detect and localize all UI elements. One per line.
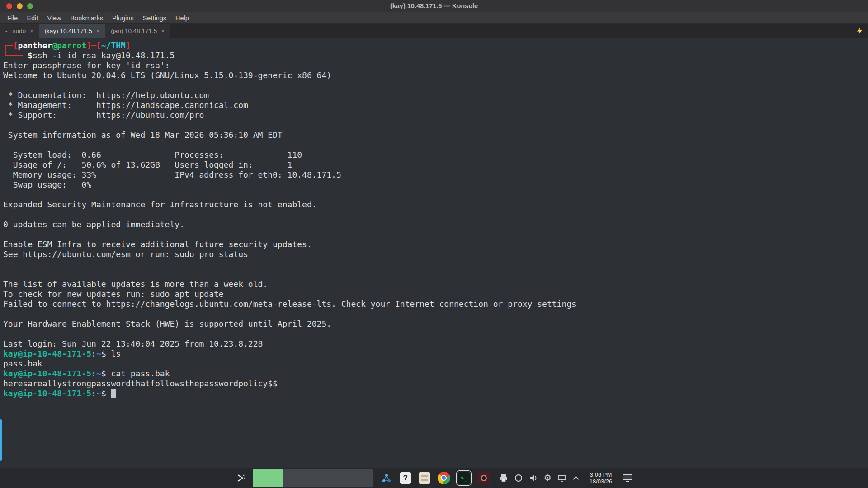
tab-close-icon[interactable]: × [30,28,33,34]
tab-kay-10-48-171-5[interactable]: (kay) 10.48.171.5× [39,24,106,38]
terminal-icon[interactable]: >_ [458,472,470,484]
terminal-text-segment: @parrot [52,41,86,50]
terminal-line: kay@ip-10-48-171-5:~$ ls [3,349,868,359]
terminal-line: └──╼ $ssh -i id_rsa kay@10.48.171.5 [3,51,868,61]
tab-close-icon[interactable]: × [96,28,100,34]
screenshot-icon[interactable] [477,472,490,484]
window-title: (kay) 10.48.171.5 — Konsole [0,2,868,9]
terminal-text-segment: $ cat pass.bak [101,369,170,378]
terminal-line [3,210,868,220]
terminal-line: System information as of Wed 18 Mar 2026… [3,130,868,140]
workspace-switcher [253,469,373,487]
window-maximize-button[interactable] [27,3,33,9]
terminal-text-segment: ssh -i id_rsa kay@10.48.171.5 [33,51,175,60]
chrome-icon[interactable] [438,472,450,484]
chrome-ring [441,475,447,481]
terminal-text-segment: $ [28,51,33,60]
window-minimize-button[interactable] [17,3,23,9]
menu-settings[interactable]: Settings [138,12,171,23]
help-glyph: ? [403,474,407,483]
terminal-text-segment: kay@ip-10-48-171-5 [3,369,91,378]
terminal-line: Welcome to Ubuntu 20.04.6 LTS (GNU/Linux… [3,70,868,80]
clock[interactable]: 3:06 PM 18/03/26 [590,471,613,485]
scrollbar-thumb[interactable] [0,419,2,461]
workspace-1[interactable] [253,469,283,487]
drawer-slot [421,475,428,477]
help-icon[interactable]: ? [400,472,411,484]
terminal-line: Usage of /: 50.6% of 13.62GB Users logge… [3,160,868,170]
tab-bar: - : sudo×(kay) 10.48.171.5×(jan) 10.48.1… [0,24,868,38]
terminal-text-segment: └──╼ [3,51,28,60]
app-menu-icon[interactable] [235,473,246,483]
menu-help[interactable]: Help [171,12,193,23]
dock: ? >_ [235,469,633,487]
tab-sudo[interactable]: - : sudo× [0,24,39,38]
network-icon[interactable] [381,472,392,484]
terminal-text-segment: ] [126,41,131,50]
terminal-text-segment: kay@ip-10-48-171-5 [3,349,91,358]
terminal-view[interactable]: ┌─[panther@parrot]─[~/THM]└──╼ $ssh -i i… [0,38,868,468]
settings-gear-icon[interactable]: ⚙ [544,474,552,482]
terminal-text-segment: ~ [96,369,101,378]
tray-expander-icon[interactable] [572,476,580,480]
window-controls [6,3,33,9]
system-tray: ⚙ [499,474,580,483]
terminal-line: kay@ip-10-48-171-5:~$ cat pass.bak [3,369,868,379]
camera-lens [481,475,487,481]
terminal-text-segment: ~/THM [101,41,126,50]
terminal-line [3,329,868,339]
tab-label: (jan) 10.48.171.5 [111,28,157,34]
menu-edit[interactable]: Edit [22,12,42,23]
workspace-2[interactable] [283,469,301,487]
file-manager-icon[interactable] [419,472,430,484]
terminal-line: heresareallystrongpasswordthatfollowsthe… [3,379,868,389]
workspace-3[interactable] [301,469,319,487]
terminal-line [3,259,868,269]
workspace-4[interactable] [319,469,337,487]
terminal-text-segment: kay@ip-10-48-171-5 [3,389,91,398]
terminal-line: Enable ESM Infra to receive additional f… [3,239,868,249]
menu-bookmarks[interactable]: Bookmarks [66,12,108,23]
terminal-line [3,230,868,239]
terminal-text-segment: ┌─[ [3,41,18,50]
tab-label: - : sudo [5,28,26,34]
terminal-line: Failed to connect to https://changelogs.… [3,299,868,309]
title-bar[interactable]: (kay) 10.48.171.5 — Konsole [0,0,868,12]
volume-icon[interactable] [529,474,538,483]
workspace-6[interactable] [355,469,373,487]
terminal-text-segment: ~ [96,389,101,398]
printer-icon[interactable] [499,474,508,483]
terminal-text-segment: ~ [96,349,101,358]
terminal-line: * Documentation: https://help.ubuntu.com [3,90,868,100]
lightning-icon[interactable] [857,24,868,38]
terminal-line: * Management: https://landscape.canonica… [3,100,868,110]
window-close-button[interactable] [6,3,12,9]
display-icon[interactable] [557,474,566,483]
tab-strip: - : sudo×(kay) 10.48.171.5×(jan) 10.48.1… [0,24,170,38]
desktop: (kay) 10.48.171.5 — Konsole FileEditView… [0,0,868,488]
show-desktop-icon[interactable] [622,474,633,483]
terminal-line [3,120,868,130]
terminal-line: pass.bak [3,359,868,369]
terminal-text-segment: ]─[ [86,41,101,50]
terminal-text-segment: $ ls [101,349,121,358]
terminal-glyph: >_ [460,475,467,481]
tab-close-icon[interactable]: × [161,28,165,34]
terminal-text-segment: : [91,369,96,378]
terminal-line: 0 updates can be applied immediately. [3,220,868,230]
terminal-line [3,80,868,90]
tab-jan-10-48-171-5[interactable]: (jan) 10.48.171.5× [105,24,170,38]
power-manager-icon[interactable] [514,474,523,483]
drawer-slot [421,479,428,481]
konsole-window: (kay) 10.48.171.5 — Konsole FileEditView… [0,0,868,468]
terminal-line: Expanded Security Maintenance for Infras… [3,200,868,210]
terminal-cursor [111,389,116,398]
menu-plugins[interactable]: Plugins [108,12,138,23]
terminal-text-segment: $ [101,389,111,398]
menu-view[interactable]: View [42,12,66,23]
terminal-line: Swap usage: 0% [3,180,868,190]
menu-file[interactable]: File [3,12,22,23]
workspace-5[interactable] [337,469,355,487]
terminal-line: System load: 0.66 Processes: 110 [3,150,868,160]
terminal-line: kay@ip-10-48-171-5:~$ [3,389,868,399]
